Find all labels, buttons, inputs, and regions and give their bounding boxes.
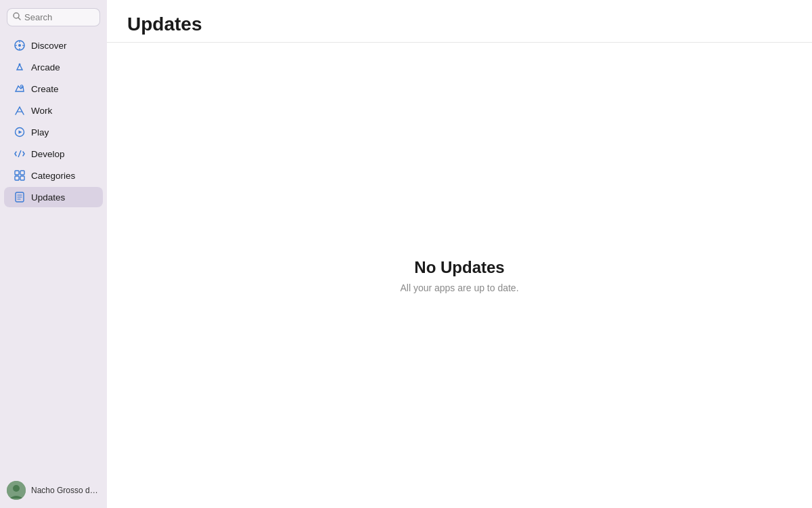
svg-point-8 (19, 64, 21, 66)
sidebar: Discover Arcade Create Work (0, 0, 107, 508)
sidebar-item-updates-label: Updates (31, 192, 65, 203)
sidebar-item-categories[interactable]: Categories (4, 165, 103, 186)
work-icon (14, 104, 26, 117)
sidebar-item-arcade-label: Arcade (31, 62, 60, 72)
search-bar[interactable] (7, 8, 100, 26)
main-content: Updates No Updates All your apps are up … (107, 0, 812, 508)
discover-icon (14, 39, 26, 51)
sidebar-item-develop-label: Develop (31, 149, 65, 159)
sidebar-item-discover-label: Discover (31, 41, 67, 51)
sidebar-item-updates[interactable]: Updates (4, 187, 103, 207)
svg-rect-17 (20, 176, 24, 180)
svg-point-3 (18, 44, 21, 47)
sidebar-item-categories-label: Categories (31, 171, 75, 181)
sidebar-item-discover[interactable]: Discover (4, 35, 103, 56)
sidebar-item-play[interactable]: Play (4, 122, 103, 142)
empty-state-title: No Updates (414, 258, 504, 277)
empty-state-subtitle: All your apps are up to date. (400, 282, 518, 293)
svg-rect-16 (15, 176, 19, 180)
sidebar-item-arcade[interactable]: Arcade (4, 57, 103, 77)
svg-rect-14 (15, 171, 19, 175)
categories-icon (14, 169, 26, 182)
svg-point-23 (13, 485, 20, 492)
sidebar-item-create-label: Create (31, 84, 59, 94)
create-icon (14, 83, 26, 95)
main-body: No Updates All your apps are up to date. (107, 43, 812, 508)
sidebar-item-develop[interactable]: Develop (4, 144, 103, 164)
develop-icon (14, 148, 26, 160)
search-icon (13, 12, 21, 22)
avatar (7, 481, 26, 500)
sidebar-item-create[interactable]: Create (4, 79, 103, 99)
svg-line-1 (18, 18, 20, 20)
sidebar-item-work[interactable]: Work (4, 100, 103, 121)
svg-rect-15 (20, 171, 24, 175)
svg-marker-12 (19, 131, 22, 134)
svg-point-9 (21, 85, 23, 87)
main-header: Updates (107, 0, 812, 43)
user-profile[interactable]: Nacho Grosso de Dola... (0, 474, 107, 508)
updates-icon (14, 191, 26, 203)
play-icon (14, 126, 26, 138)
user-name: Nacho Grosso de Dola... (31, 486, 100, 495)
sidebar-item-play-label: Play (31, 127, 49, 137)
arcade-icon (14, 61, 26, 73)
page-title: Updates (127, 14, 792, 35)
search-input[interactable] (24, 12, 94, 22)
sidebar-item-work-label: Work (31, 106, 52, 116)
svg-line-13 (18, 150, 21, 157)
